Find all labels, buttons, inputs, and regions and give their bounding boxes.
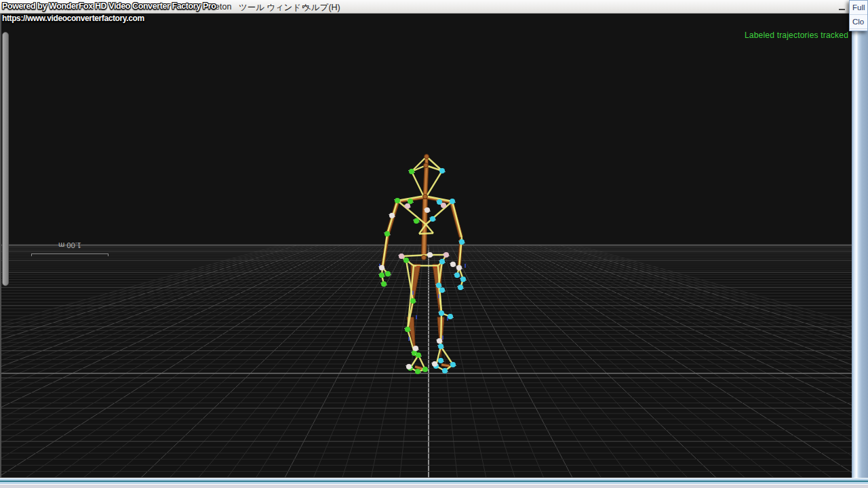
mocap-marker[interactable] — [408, 365, 413, 371]
mocap-marker[interactable] — [459, 239, 465, 245]
mocap-marker[interactable] — [460, 277, 466, 282]
mocap-marker[interactable] — [410, 298, 416, 304]
mocap-marker[interactable] — [438, 358, 443, 363]
mocap-marker[interactable] — [432, 361, 437, 367]
mocap-marker[interactable] — [415, 369, 420, 374]
skeleton-3d-figure[interactable] — [378, 155, 467, 374]
mocap-marker[interactable] — [379, 265, 384, 270]
mocap-marker[interactable] — [441, 203, 446, 208]
window-left-edge — [0, 14, 1, 479]
minimize-icon[interactable] — [837, 3, 848, 12]
bottom-strip — [0, 484, 868, 488]
popup-item-full[interactable]: Full — [850, 1, 867, 15]
mocap-marker[interactable] — [439, 310, 444, 316]
viewport-3d[interactable]: Labeled trajectories tracked 1.00 m 0/48 — [0, 14, 868, 479]
menu-item-skeleton-fragment[interactable]: eton — [215, 2, 231, 12]
mocap-marker[interactable] — [408, 199, 413, 204]
mocap-marker[interactable] — [439, 287, 445, 293]
mocap-marker[interactable] — [381, 281, 387, 287]
mocap-marker[interactable] — [422, 367, 428, 372]
menu-item-tools[interactable]: ツール — [239, 2, 264, 14]
mocap-marker[interactable] — [427, 252, 433, 258]
mocap-marker[interactable] — [405, 203, 410, 209]
mocap-marker[interactable] — [389, 213, 395, 218]
scene-canvas — [0, 14, 868, 479]
mocap-marker[interactable] — [430, 216, 435, 222]
scale-line — [31, 253, 108, 254]
mocap-marker[interactable] — [413, 346, 418, 351]
mocap-marker[interactable] — [405, 327, 410, 332]
mocap-marker[interactable] — [448, 314, 453, 319]
left-scrollbar-thumb[interactable] — [2, 32, 9, 286]
context-popup: Full Clo — [849, 0, 868, 31]
mocap-marker[interactable] — [395, 198, 400, 203]
floor-grid — [0, 245, 868, 479]
mocap-marker[interactable] — [409, 169, 414, 174]
mocap-marker[interactable] — [416, 352, 421, 358]
mocap-marker[interactable] — [437, 199, 442, 205]
mocap-marker[interactable] — [437, 338, 442, 344]
mocap-marker[interactable] — [384, 231, 390, 237]
mocap-marker[interactable] — [433, 363, 439, 369]
mocap-marker[interactable] — [399, 253, 404, 259]
mocap-marker[interactable] — [414, 218, 419, 224]
mocap-marker[interactable] — [443, 252, 449, 258]
mocap-marker[interactable] — [454, 272, 460, 278]
timeline-bar[interactable] — [0, 478, 868, 484]
mocap-marker[interactable] — [385, 271, 391, 277]
mocap-marker[interactable] — [425, 207, 430, 213]
menu-bar: eton ツール ウィンドウ ヘルプ(H) — [0, 0, 868, 14]
mocap-marker[interactable] — [450, 362, 456, 367]
menu-item-help[interactable]: ヘルプ(H) — [302, 2, 340, 14]
right-panel-splitter[interactable] — [852, 30, 868, 488]
mocap-marker[interactable] — [436, 283, 441, 288]
mocap-marker[interactable] — [412, 350, 417, 356]
mocap-marker[interactable] — [458, 285, 463, 290]
mocap-marker[interactable] — [442, 368, 448, 373]
popup-item-close[interactable]: Clo — [850, 15, 867, 29]
mocap-marker[interactable] — [439, 259, 445, 264]
scale-bar: 1.00 m — [31, 241, 108, 255]
status-text: Labeled trajectories tracked — [745, 30, 848, 40]
mocap-marker[interactable] — [379, 272, 384, 278]
mocap-marker[interactable] — [450, 199, 455, 204]
mocap-marker[interactable] — [450, 262, 456, 267]
mocap-marker[interactable] — [438, 344, 443, 349]
mocap-marker[interactable] — [406, 364, 412, 369]
mocap-marker[interactable] — [439, 168, 445, 174]
scale-label: 1.00 m — [31, 241, 108, 249]
mocap-marker[interactable] — [403, 258, 409, 263]
application-window: eton ツール ウィンドウ ヘルプ(H) Labeled trajectori… — [0, 0, 868, 488]
mocap-marker[interactable] — [456, 265, 462, 270]
